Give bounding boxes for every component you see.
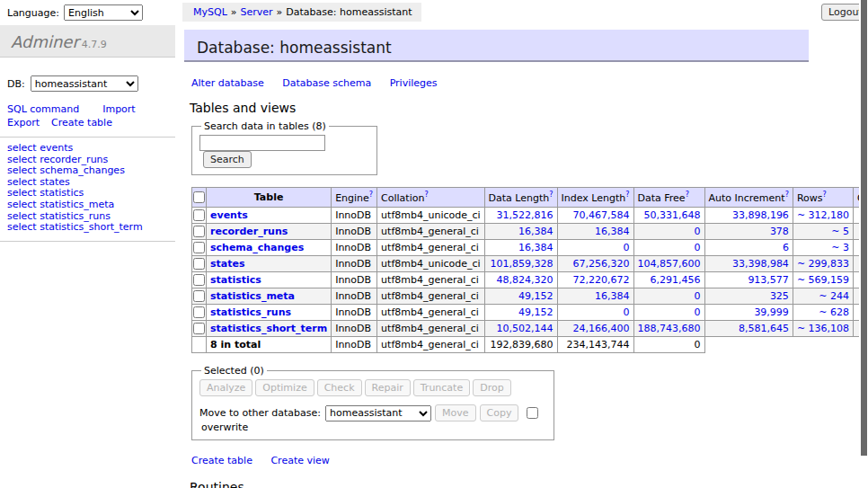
db-select[interactable]: homeassistant xyxy=(31,75,138,92)
search-legend: Search data in tables (8) xyxy=(201,120,329,132)
row-checkbox-cell xyxy=(192,224,207,240)
data-length-link[interactable]: 16,384 xyxy=(518,242,554,253)
sidebar-link-select-statistics-meta[interactable]: select statistics_meta xyxy=(7,200,175,211)
table-name-link[interactable]: states xyxy=(210,258,245,270)
scrollbar-thumb[interactable] xyxy=(861,0,867,456)
index-length-link[interactable]: 0 xyxy=(624,242,630,253)
copy-button[interactable]: Copy xyxy=(480,404,519,421)
privileges-link[interactable]: Privileges xyxy=(390,77,438,89)
language-select[interactable]: English xyxy=(64,4,143,21)
auto-increment-link[interactable]: 913,577 xyxy=(748,274,789,286)
repair-button[interactable]: Repair xyxy=(365,379,411,396)
analyze-button[interactable]: Analyze xyxy=(199,379,252,396)
rows-link[interactable]: ~ 312,180 xyxy=(797,209,849,221)
search-input[interactable] xyxy=(199,135,325,151)
overwrite-label: overwrite xyxy=(201,421,248,433)
auto-increment-link[interactable]: 8,581,645 xyxy=(739,323,789,334)
database-schema-link[interactable]: Database schema xyxy=(282,77,371,89)
data-free-link[interactable]: 50,331,648 xyxy=(644,209,701,221)
sql-command-link[interactable]: SQL command xyxy=(7,103,79,115)
auto-increment-link[interactable]: 33,398,984 xyxy=(732,258,789,270)
data-length-link[interactable]: 101,859,328 xyxy=(491,258,554,270)
data-length-link[interactable]: 49,152 xyxy=(518,290,554,302)
data-free-link[interactable]: 0 xyxy=(695,226,701,237)
rows-link[interactable]: ~ 5 xyxy=(831,226,849,237)
truncate-button[interactable]: Truncate xyxy=(413,379,470,396)
breadcrumb-server-link[interactable]: Server xyxy=(241,6,273,18)
table-name-link[interactable]: statistics_runs xyxy=(210,306,291,318)
vertical-scrollbar[interactable] xyxy=(859,0,868,488)
index-length-link[interactable]: 24,166,400 xyxy=(573,323,630,334)
data-free-link[interactable]: 0 xyxy=(695,290,701,302)
index-length-link[interactable]: 70,467,584 xyxy=(573,209,630,221)
check-button[interactable]: Check xyxy=(317,379,362,396)
engine-cell: InnoDB xyxy=(332,256,377,272)
create-view-link[interactable]: Create view xyxy=(270,455,329,466)
table-name-link[interactable]: recorder_runs xyxy=(210,226,288,237)
move-db-select[interactable]: homeassistant xyxy=(325,405,431,421)
rows-link[interactable]: ~ 299,833 xyxy=(797,258,849,270)
table-name-link[interactable]: schema_changes xyxy=(210,242,304,253)
index-length-link[interactable]: 16,384 xyxy=(595,226,630,237)
rows-link[interactable]: ~ 244 xyxy=(819,290,849,302)
table-name-link[interactable]: statistics_short_term xyxy=(210,323,327,334)
create-table-link-sidebar[interactable]: Create table xyxy=(51,117,112,129)
select-all-checkbox[interactable] xyxy=(193,191,205,203)
data-free-link[interactable]: 0 xyxy=(695,242,701,253)
auto-increment-link[interactable]: 325 xyxy=(770,290,789,302)
search-button[interactable]: Search xyxy=(203,151,252,168)
row-checkbox[interactable] xyxy=(193,323,205,334)
export-link[interactable]: Export xyxy=(7,117,40,129)
help-link[interactable]: ? xyxy=(369,191,373,199)
row-checkbox[interactable] xyxy=(193,290,205,302)
adminer-logo[interactable]: Adminer xyxy=(11,32,79,51)
data-length-link[interactable]: 16,384 xyxy=(518,226,554,237)
row-checkbox[interactable] xyxy=(193,209,205,221)
data-length-link[interactable]: 10,502,144 xyxy=(497,323,554,334)
help-link[interactable]: ? xyxy=(549,191,553,199)
sidebar-link-select-schema-changes[interactable]: select schema_changes xyxy=(7,165,175,177)
import-link[interactable]: Import xyxy=(102,103,136,115)
auto-increment-link[interactable]: 33,898,196 xyxy=(732,209,789,221)
table-name-link[interactable]: statistics xyxy=(210,274,261,286)
data-length-link[interactable]: 31,522,816 xyxy=(497,209,554,221)
overwrite-checkbox[interactable] xyxy=(527,407,538,419)
move-button[interactable]: Move xyxy=(435,404,476,421)
table-name-link[interactable]: events xyxy=(210,209,248,221)
row-checkbox[interactable] xyxy=(193,242,205,253)
help-link[interactable]: ? xyxy=(822,191,826,199)
sidebar-link-select-events[interactable]: select events xyxy=(7,143,175,155)
rows-link[interactable]: ~ 136,108 xyxy=(797,323,849,334)
data-length-link[interactable]: 49,152 xyxy=(518,306,554,318)
row-checkbox[interactable] xyxy=(193,258,205,270)
help-link[interactable]: ? xyxy=(686,191,689,199)
breadcrumb-mysql-link[interactable]: MySQL xyxy=(193,6,227,18)
row-checkbox[interactable] xyxy=(193,306,205,318)
help-link[interactable]: ? xyxy=(625,191,629,199)
drop-button[interactable]: Drop xyxy=(473,379,510,396)
index-length-link[interactable]: 72,220,672 xyxy=(573,274,630,286)
auto-increment-link[interactable]: 39,999 xyxy=(754,306,789,318)
help-link[interactable]: ? xyxy=(785,191,789,199)
index-length-link[interactable]: 67,256,320 xyxy=(573,258,630,270)
create-table-link[interactable]: Create table xyxy=(191,455,252,466)
index-length-link[interactable]: 0 xyxy=(624,306,630,318)
data-length-link[interactable]: 48,824,320 xyxy=(497,274,554,286)
data-free-link[interactable]: 6,291,456 xyxy=(651,274,701,286)
auto-increment-link[interactable]: 378 xyxy=(770,226,789,237)
optimize-button[interactable]: Optimize xyxy=(255,379,314,396)
rows-link[interactable]: ~ 569,159 xyxy=(797,274,849,286)
row-checkbox[interactable] xyxy=(193,226,205,237)
alter-database-link[interactable]: Alter database xyxy=(191,77,264,89)
sidebar-link-select-statistics-short-term[interactable]: select statistics_short_term xyxy=(7,222,175,234)
auto-increment-link[interactable]: 6 xyxy=(783,242,789,253)
data-free-link[interactable]: 0 xyxy=(695,306,701,318)
data-free-link[interactable]: 188,743,680 xyxy=(638,323,701,334)
table-name-link[interactable]: statistics_meta xyxy=(210,290,295,302)
rows-link[interactable]: ~ 3 xyxy=(831,242,849,253)
help-link[interactable]: ? xyxy=(424,191,428,199)
index-length-link[interactable]: 16,384 xyxy=(595,290,630,302)
row-checkbox[interactable] xyxy=(193,274,205,286)
rows-link[interactable]: ~ 628 xyxy=(819,306,849,318)
data-free-link[interactable]: 104,857,600 xyxy=(638,258,701,270)
